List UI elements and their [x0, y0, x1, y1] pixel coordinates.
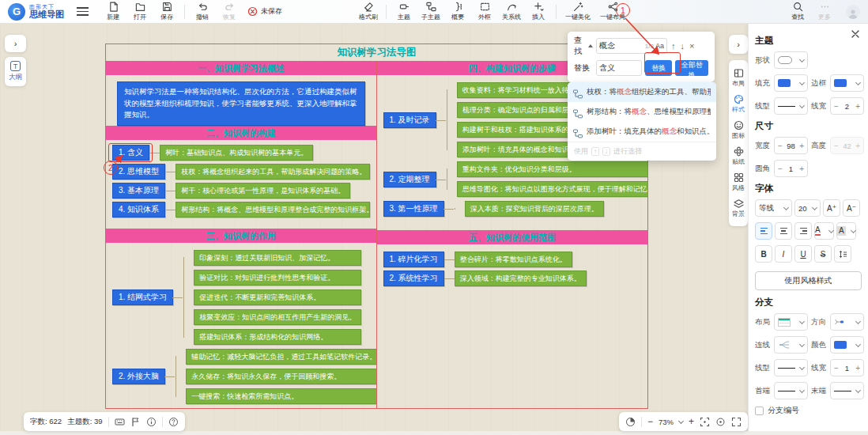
font-size-select[interactable]: 20 [794, 199, 821, 217]
font-decrease-button[interactable]: A⁻ [843, 199, 860, 217]
font-color-button[interactable]: A [814, 222, 834, 240]
width-stepper[interactable]: −98+ [774, 137, 808, 154]
direction-select[interactable] [830, 313, 864, 331]
shape-select[interactable] [774, 51, 808, 69]
height-stepper[interactable]: −42+ [830, 137, 864, 154]
fit-screen-icon[interactable] [700, 417, 710, 427]
underline-button[interactable]: U [794, 245, 812, 263]
radius-stepper[interactable]: −1+ [774, 160, 808, 177]
map-node-green[interactable]: 辅助记忆：减轻大脑记忆负担，通过工具如笔记软件记录。 [186, 349, 376, 365]
search-result-item[interactable]: 枝杈：将概念组织起来的工具、帮助形成解决问题... [568, 82, 716, 102]
map-node-green[interactable]: 永久储存：将知识永久保存，便于回顾和搜索。 [186, 369, 376, 384]
highlight-color-button[interactable]: A [836, 222, 856, 240]
branch-color-select[interactable] [830, 336, 864, 354]
map-node-green[interactable]: 印象深刻：通过关联新旧知识、加深记忆。 [194, 250, 361, 266]
map-node-blue[interactable]: 2. 系统性学习 [383, 270, 444, 286]
new-file-button[interactable]: 新建 [101, 2, 125, 21]
find-button[interactable]: 查找 [786, 2, 810, 21]
redo-button[interactable]: 恢复 [217, 2, 241, 21]
map-node-blue[interactable]: 3. 第一性原理 [383, 201, 444, 217]
section3-banner[interactable]: 三、知识树的作用 [106, 229, 376, 243]
border-color-select[interactable] [830, 74, 864, 92]
map-node-blue[interactable]: 1. 含义 [112, 145, 149, 161]
map-node-green[interactable]: 深入本质：探究知识背后的深层次原理。 [465, 201, 604, 217]
strip-item-background[interactable]: 背景 [732, 195, 745, 221]
search-result-item[interactable]: 添加树叶：填充具体的概念和知识点。 [568, 122, 716, 142]
map-node-blue[interactable]: 3. 基本原理 [112, 183, 165, 199]
relation-line-button[interactable]: 关系线 [500, 2, 523, 21]
align-left-button[interactable] [755, 222, 772, 240]
strikethrough-button[interactable]: S [814, 245, 832, 263]
hamburger-menu-icon[interactable] [77, 7, 89, 16]
find-next-button[interactable]: ↓ [680, 41, 686, 51]
connect-line-select[interactable] [774, 336, 808, 354]
line-type-select[interactable] [774, 97, 808, 115]
save-button[interactable]: 保存 [155, 2, 179, 21]
map-node-green[interactable]: 整合碎片：将零散知识点系统化。 [455, 252, 572, 267]
branch-numbering-checkbox[interactable]: 分支编号 [755, 405, 862, 416]
branch-layout-select[interactable] [774, 313, 808, 331]
find-prev-button[interactable]: ↑ [670, 41, 677, 51]
intro-node[interactable]: 知识树学习法是一种将知识结构化、层次化的方法，它通过构建类似树状的模型来组织和梳… [117, 81, 365, 126]
section1-banner[interactable]: 一、知识树学习法概述 [106, 61, 376, 75]
strip-item-theme[interactable]: 风格 [732, 169, 745, 195]
strip-item-style[interactable]: 样式 [732, 91, 745, 117]
strip-item-layout[interactable]: 布局 [732, 65, 745, 91]
line-start-select[interactable] [774, 382, 808, 399]
bold-button[interactable]: B [755, 245, 772, 263]
search-result-item[interactable]: 树形结构：将概念、思维模型和原理整合成完整的... [568, 102, 716, 122]
replace-button[interactable]: 替换 [645, 60, 672, 76]
strip-item-icons[interactable]: 图标 [732, 117, 745, 143]
line-end-select[interactable] [830, 382, 864, 399]
section2-banner[interactable]: 二、知识树的构建 [106, 126, 376, 140]
zoom-out-button[interactable]: − [647, 417, 653, 426]
insert-button[interactable]: 插入 [526, 2, 550, 21]
help-icon[interactable] [168, 417, 179, 427]
flag-icon[interactable] [130, 417, 141, 427]
map-node-blue[interactable]: 4. 知识体系 [112, 202, 165, 218]
branch-line-type-select[interactable] [774, 359, 808, 376]
info-icon[interactable] [146, 417, 157, 427]
map-node-green[interactable]: 验证对比：对知识进行批判性思考和验证。 [194, 270, 361, 286]
map-node-blue[interactable]: 1. 碎片化学习 [383, 252, 444, 267]
map-node-green[interactable]: 促进迭代：不断更新和完善知识体系。 [194, 289, 361, 305]
center-target-icon[interactable] [715, 417, 726, 427]
undo-button[interactable]: 撤销 [191, 2, 214, 21]
fullscreen-icon[interactable] [731, 417, 742, 427]
italic-button[interactable]: I [775, 245, 792, 263]
map-node-green[interactable]: 深入领域：构建完整的专业知识体系。 [455, 270, 587, 286]
map-node-green[interactable]: 树形结构：将概念、思维模型和原理整合成完整的知识框架。 [175, 202, 369, 218]
font-increase-button[interactable]: A⁺ [823, 199, 840, 217]
replace-all-button[interactable]: 全部替换 [675, 60, 708, 76]
map-node-green[interactable]: 核聚变效应：知识点间的相互作用产生新的洞见。 [194, 309, 361, 325]
case-sensitive-toggle[interactable]: Aa [655, 42, 664, 50]
map-node-green[interactable]: 树叶：基础知识点、构成知识树的基本单元。 [160, 145, 313, 161]
chevron-down-icon[interactable] [678, 418, 684, 423]
align-right-button[interactable] [794, 222, 812, 240]
minimap-icon[interactable] [625, 417, 636, 427]
zoom-level[interactable]: 73% [659, 418, 674, 426]
map-node-blue[interactable]: 2. 外接大脑 [112, 369, 165, 384]
replace-input[interactable] [599, 64, 639, 73]
map-node-blue[interactable]: 2. 思维模型 [112, 164, 165, 180]
map-node-blue[interactable]: 1. 及时记录 [383, 112, 436, 128]
use-style-button[interactable]: 使用风格样式 [755, 271, 862, 290]
find-label[interactable]: 查找 [574, 35, 593, 57]
line-spacing-button[interactable] [834, 245, 851, 263]
expand-left-panel-button[interactable]: › [5, 35, 26, 52]
summary-button[interactable]: 概要 [446, 2, 470, 21]
app-logo[interactable]: G 图形天下 思维导图 [8, 3, 64, 21]
keyboard-shortcuts-icon[interactable] [115, 417, 125, 427]
outer-frame-button[interactable]: 外框 [473, 2, 496, 21]
format-painter-button[interactable]: 格式刷 [357, 2, 380, 21]
topic-button[interactable]: 主题 [392, 2, 416, 21]
align-center-button[interactable] [775, 222, 792, 240]
map-node-green[interactable]: 重构文件夹：优化知识分类和层级。 [457, 161, 647, 177]
map-node-green[interactable]: 一键搜索：快速检索所需知识点。 [186, 388, 376, 404]
collapse-sidebar-button[interactable]: › [729, 35, 748, 54]
close-find-button[interactable]: × [689, 41, 695, 51]
font-family-select[interactable]: 等线 [755, 199, 792, 217]
section5-banner[interactable]: 五、知识树的使用范围 [377, 230, 648, 244]
outline-button[interactable]: T 大纲 [5, 57, 26, 86]
line-width-stepper[interactable]: −2+ [830, 97, 864, 115]
